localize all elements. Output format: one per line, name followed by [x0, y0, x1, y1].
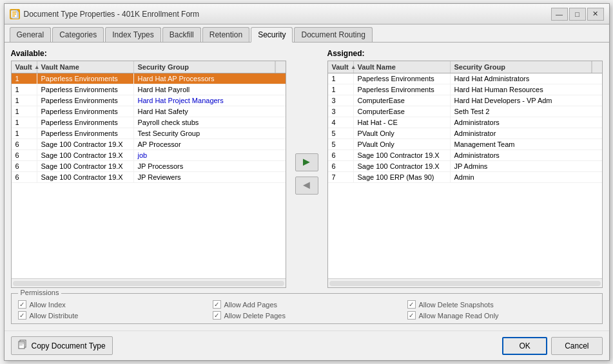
cell-vault-name: Paperless Environments — [37, 73, 134, 84]
cell-security-group: AP Processor — [134, 139, 286, 149]
table-row[interactable]: 3 ComputerEase Seth Test 2 — [328, 106, 602, 117]
available-col-vault-name[interactable]: Vault Name — [37, 61, 134, 73]
checkbox-allow-manage-read-only[interactable]: ✓ — [407, 311, 416, 320]
cell-security-group: Hard Hat Safety — [134, 106, 286, 117]
cell-vault: 6 — [12, 150, 37, 160]
title-bar: Document Type Properties - 401K Enrollme… — [5, 4, 609, 24]
tab-security[interactable]: Security — [251, 27, 293, 43]
minimize-button[interactable]: — — [551, 8, 568, 21]
svg-rect-3 — [12, 15, 15, 17]
table-row[interactable]: 6 Sage 100 Contractor 19.X AP Processor — [12, 139, 286, 150]
cell-security-group: Management Team — [451, 139, 602, 149]
tab-retention[interactable]: Retention — [202, 27, 249, 42]
cell-vault-name: Sage 100 Contractor 19.X — [354, 150, 451, 160]
assigned-h-scrollbar[interactable] — [328, 278, 602, 287]
tab-categories[interactable]: Categories — [52, 27, 104, 42]
checkbox-allow-delete-pages[interactable]: ✓ — [213, 311, 221, 320]
perm-label-allow-distribute: Allow Distribute — [30, 312, 79, 320]
table-row[interactable]: 1 Paperless Environments Hard Hat Safety — [12, 106, 286, 117]
cell-vault-name: Sage 100 Contractor 19.X — [37, 150, 134, 160]
cell-vault-name: PVault Only — [354, 128, 451, 139]
table-row[interactable]: 5 PVault Only Management Team — [328, 139, 602, 150]
remove-button[interactable]: ◄ — [295, 177, 318, 195]
cell-vault: 3 — [328, 106, 354, 117]
table-row[interactable]: 1 Paperless Environments Payroll check s… — [12, 117, 286, 128]
cell-security-group: Hard Hat Payroll — [134, 84, 286, 95]
tab-backfill[interactable]: Backfill — [162, 27, 201, 42]
cell-security-group: Administrator — [451, 128, 602, 139]
tab-document-routing[interactable]: Document Routing — [294, 27, 372, 42]
assigned-col-security-group[interactable]: Security Group — [451, 61, 592, 73]
table-row[interactable]: 1 Paperless Environments Hard Hat Payrol… — [12, 84, 286, 95]
assigned-table-body[interactable]: 1 Paperless Environments Hard Hat Admini… — [328, 73, 602, 278]
available-col-security-group[interactable]: Security Group — [134, 61, 275, 73]
cell-security-group: job — [134, 150, 286, 160]
table-row[interactable]: 1 Paperless Environments Hard Hat AP Pro… — [12, 73, 286, 84]
cell-vault: 1 — [12, 95, 37, 106]
cell-security-group: Hard Hat Administrators — [451, 73, 602, 84]
cell-vault: 1 — [328, 84, 354, 95]
cell-vault-name: Paperless Environments — [37, 128, 134, 139]
available-h-scrollbar[interactable] — [12, 278, 286, 287]
cell-vault: 1 — [12, 106, 37, 117]
table-row[interactable]: 5 PVault Only Administrator — [328, 128, 602, 139]
tab-index-types[interactable]: Index Types — [105, 27, 161, 42]
svg-rect-2 — [12, 14, 16, 15]
svg-rect-7 — [19, 342, 24, 343]
table-row[interactable]: 1 Paperless Environments Hard Hat Projec… — [12, 95, 286, 106]
cell-vault-name: Sage 100 ERP (Mas 90) — [354, 172, 451, 182]
add-button[interactable]: ► — [295, 153, 318, 171]
cell-security-group: Hard Hat Project Managers — [134, 95, 286, 106]
tab-bar: General Categories Index Types Backfill … — [5, 24, 609, 43]
table-row[interactable]: 6 Sage 100 Contractor 19.X job — [12, 150, 286, 161]
cell-vault: 1 — [328, 73, 354, 84]
assigned-section: Assigned: Vault ▲ Vault Name Security Gr… — [327, 49, 603, 288]
checkbox-allow-index[interactable]: ✓ — [18, 300, 26, 309]
cell-security-group: Hard Hat AP Processors — [134, 73, 286, 84]
available-table-header: Vault ▲ Vault Name Security Group — [12, 61, 286, 73]
svg-rect-8 — [19, 343, 24, 344]
assigned-table: Vault ▲ Vault Name Security Group — [327, 61, 603, 288]
perm-label-allow-manage-read-only: Allow Manage Read Only — [419, 312, 499, 320]
checkbox-allow-delete-snapshots[interactable]: ✓ — [407, 300, 416, 309]
table-row[interactable]: 6 Sage 100 Contractor 19.X JP Admins — [328, 161, 602, 172]
close-button[interactable]: ✕ — [587, 8, 604, 21]
perm-allow-add-pages: ✓ Allow Add Pages — [213, 300, 401, 309]
table-row[interactable]: 1 Paperless Environments Test Security G… — [12, 128, 286, 139]
cell-vault: 5 — [328, 139, 354, 149]
maximize-button[interactable]: □ — [569, 8, 586, 21]
available-table-body[interactable]: 1 Paperless Environments Hard Hat AP Pro… — [12, 73, 286, 278]
assigned-col-vault-name[interactable]: Vault Name — [354, 61, 451, 73]
cell-security-group: JP Admins — [451, 161, 602, 171]
cell-security-group: Administrators — [451, 150, 602, 160]
cell-vault-name: Paperless Environments — [37, 84, 134, 95]
table-row[interactable]: 4 Hat Hat - CE Administrators — [328, 117, 602, 128]
table-row[interactable]: 6 Sage 100 Contractor 19.X Administrator… — [328, 150, 602, 161]
ok-button[interactable]: OK — [502, 337, 547, 355]
cell-security-group: Seth Test 2 — [451, 106, 602, 117]
table-row[interactable]: 1 Paperless Environments Hard Hat Human … — [328, 84, 602, 95]
available-label: Available: — [11, 49, 286, 58]
perm-allow-delete-snapshots: ✓ Allow Delete Snapshots — [407, 300, 596, 309]
copy-document-type-button[interactable]: Copy Document Type — [11, 336, 113, 355]
cell-vault-name: Sage 100 Contractor 19.X — [354, 161, 451, 171]
table-row[interactable]: 3 ComputerEase Hard Hat Developers - VP … — [328, 95, 602, 106]
checkbox-allow-add-pages[interactable]: ✓ — [213, 300, 221, 309]
content-area: Available: Vault ▲ Vault Name Security G… — [5, 43, 609, 330]
tab-general[interactable]: General — [10, 27, 52, 42]
checkbox-allow-distribute[interactable]: ✓ — [18, 311, 26, 320]
perm-label-allow-add-pages: Allow Add Pages — [224, 301, 278, 309]
cell-vault-name: Sage 100 Contractor 19.X — [37, 172, 134, 182]
cell-vault: 7 — [328, 172, 354, 182]
cell-vault-name: Sage 100 Contractor 19.X — [37, 161, 134, 171]
permissions-box: Permissions ✓ Allow Index ✓ Allow Add Pa… — [11, 293, 603, 324]
cancel-button[interactable]: Cancel — [551, 337, 602, 355]
table-row[interactable]: 6 Sage 100 Contractor 19.X JP Processors — [12, 161, 286, 172]
table-row[interactable]: 1 Paperless Environments Hard Hat Admini… — [328, 73, 602, 84]
available-col-vault[interactable]: Vault ▲ — [12, 61, 37, 73]
arrow-right-icon: ► — [301, 155, 313, 169]
title-buttons: — □ ✕ — [551, 8, 604, 21]
table-row[interactable]: 7 Sage 100 ERP (Mas 90) Admin — [328, 172, 602, 183]
table-row[interactable]: 6 Sage 100 Contractor 19.X JP Reviewers — [12, 172, 286, 183]
assigned-col-vault[interactable]: Vault ▲ — [328, 61, 354, 73]
